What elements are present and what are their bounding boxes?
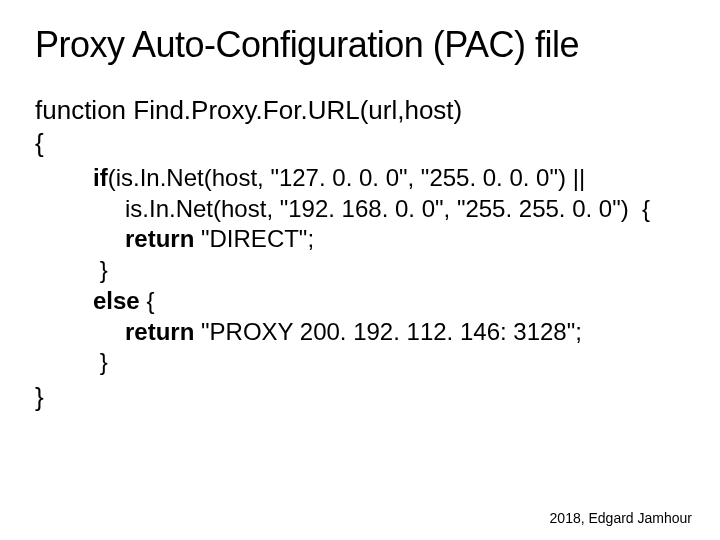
slide-content: Proxy Auto-Configuration (PAC) file func… <box>0 0 720 413</box>
code-block: if(is.In.Net(host, "127. 0. 0. 0", "255.… <box>93 163 685 378</box>
code-l1b: (is.In.Net(host, "127. 0. 0. 0", "255. 0… <box>108 164 585 191</box>
kw-if: if <box>93 164 108 191</box>
code-line-4: } <box>93 255 685 286</box>
code-l5b: { <box>146 287 161 314</box>
code-line-7: } <box>93 347 685 378</box>
func-close-brace: } <box>35 382 685 413</box>
code-line-5: else { <box>93 286 685 317</box>
func-line-1: function Find.Proxy.For.URL(url,host) <box>35 94 685 127</box>
code-l3b: "DIRECT"; <box>201 225 321 252</box>
function-declaration: function Find.Proxy.For.URL(url,host) { <box>35 94 685 159</box>
slide-title: Proxy Auto-Configuration (PAC) file <box>35 24 685 66</box>
code-l6b: "PROXY 200. 192. 112. 146: 3128"; <box>201 318 589 345</box>
kw-return-1: return <box>125 225 201 252</box>
code-line-if: if(is.In.Net(host, "127. 0. 0. 0", "255.… <box>93 163 685 194</box>
kw-return-2: return <box>125 318 201 345</box>
code-line-3: return "DIRECT"; <box>93 224 685 255</box>
kw-else: else <box>93 287 146 314</box>
func-open-brace: { <box>35 127 685 160</box>
code-line-2: is.In.Net(host, "192. 168. 0. 0", "255. … <box>93 194 685 225</box>
footer-text: 2018, Edgard Jamhour <box>550 510 692 526</box>
code-line-6: return "PROXY 200. 192. 112. 146: 3128"; <box>93 317 685 348</box>
